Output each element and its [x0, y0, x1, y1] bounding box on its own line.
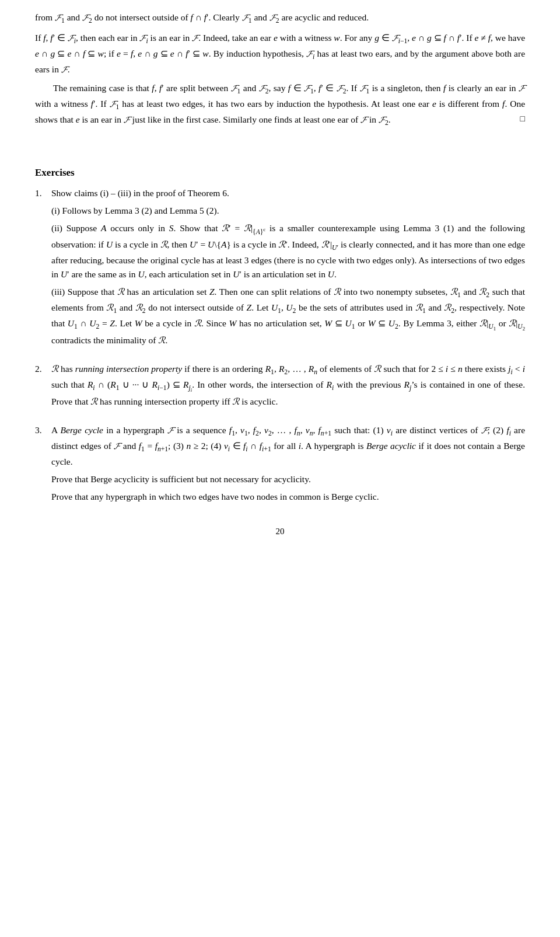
exercise-item-2: 2. ℛ has running intersection property i… [35, 362, 525, 412]
continuation-p1: from 𝓕1 and 𝓕2 do not intersect outside … [35, 11, 525, 26]
exercise-content-2: ℛ has running intersection property if t… [51, 362, 525, 412]
exercise-1-main: Show claims (i) – (iii) in the proof of … [51, 186, 525, 200]
exercise-3-prove2: Prove that any hypergraph in which two e… [51, 490, 525, 504]
page-number: 20 [35, 525, 525, 538]
exercise-content-3: A Berge cycle in a hypergraph 𝓕 is a seq… [51, 423, 525, 508]
exercise-1-part-iii: (iii) Suppose that ℛ has an articulation… [51, 285, 525, 347]
continuation-p2: If f, f′ ∈ 𝓕i, then each ear in 𝓕i is an… [35, 31, 525, 76]
page-content: from 𝓕1 and 𝓕2 do not intersect outside … [35, 11, 525, 539]
exercise-3-prove1: Prove that Berge acyclicity is sufficien… [51, 472, 525, 486]
continuation-p3: The remaining case is that f, f′ are spl… [35, 81, 525, 128]
exercises-list: 1. Show claims (i) – (iii) in the proof … [35, 186, 525, 507]
exercise-1-part-i: (i) Follows by Lemma 3 (2) and Lemma 5 (… [51, 204, 525, 218]
exercise-2-text: ℛ has running intersection property if t… [51, 362, 525, 409]
exercises-heading: Exercises [35, 165, 525, 180]
exercise-item-1: 1. Show claims (i) – (iii) in the proof … [35, 186, 525, 351]
exercise-item-3: 3. A Berge cycle in a hypergraph 𝓕 is a … [35, 423, 525, 508]
qed-symbol: □ [502, 113, 525, 126]
exercise-number-1: 1. [35, 186, 51, 200]
exercise-1-part-ii: (ii) Suppose A occurs only in S. Show th… [51, 221, 525, 281]
exercise-3-berge-def: A Berge cycle in a hypergraph 𝓕 is a seq… [51, 423, 525, 469]
exercise-number-3: 3. [35, 423, 51, 437]
exercise-content-1: Show claims (i) – (iii) in the proof of … [51, 186, 525, 351]
exercise-number-2: 2. [35, 362, 51, 376]
